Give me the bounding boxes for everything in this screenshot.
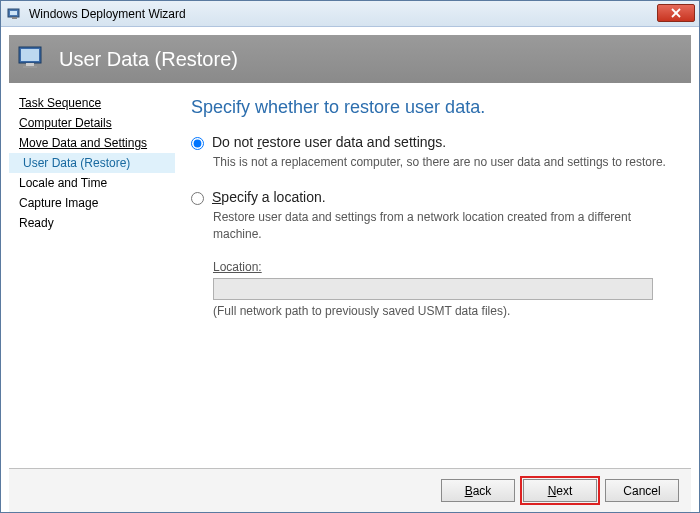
sidebar-item-user-data-restore[interactable]: User Data (Restore): [9, 153, 175, 173]
main-panel: Specify whether to restore user data. Do…: [175, 83, 691, 468]
svg-rect-8: [23, 66, 37, 68]
radio-do-not-restore-label: Do not restore user data and settings.: [212, 134, 446, 150]
location-input[interactable]: [213, 278, 653, 300]
sidebar-item-capture-image[interactable]: Capture Image: [9, 193, 175, 213]
next-button[interactable]: Next: [523, 479, 597, 502]
back-button[interactable]: Back: [441, 479, 515, 502]
sidebar-item-computer-details[interactable]: Computer Details: [9, 113, 175, 133]
svg-rect-1: [10, 11, 17, 15]
option-specify-location-desc: Restore user data and settings from a ne…: [213, 209, 679, 243]
page-title: User Data (Restore): [59, 48, 238, 71]
sidebar-item-ready[interactable]: Ready: [9, 213, 175, 233]
radio-specify-location-label: Specify a location.: [212, 189, 326, 205]
svg-rect-2: [12, 17, 17, 19]
location-hint: (Full network path to previously saved U…: [213, 304, 679, 318]
svg-rect-6: [21, 49, 39, 61]
sidebar-item-move-data[interactable]: Move Data and Settings: [9, 133, 175, 153]
sidebar-item-locale-time[interactable]: Locale and Time: [9, 173, 175, 193]
sidebar-item-task-sequence[interactable]: Task Sequence: [9, 93, 175, 113]
radio-do-not-restore[interactable]: [191, 137, 204, 150]
sidebar: Task Sequence Computer Details Move Data…: [9, 83, 175, 468]
wizard-header: User Data (Restore): [9, 35, 691, 83]
radio-specify-location[interactable]: [191, 192, 204, 205]
cancel-button[interactable]: Cancel: [605, 479, 679, 502]
titlebar: Windows Deployment Wizard: [1, 1, 699, 27]
monitor-icon: [17, 43, 49, 75]
page-heading: Specify whether to restore user data.: [191, 97, 679, 118]
window-title: Windows Deployment Wizard: [29, 7, 186, 21]
close-button[interactable]: [657, 4, 695, 22]
option-specify-location[interactable]: Specify a location.: [191, 189, 679, 205]
content-area: Task Sequence Computer Details Move Data…: [9, 83, 691, 468]
svg-rect-7: [26, 63, 34, 66]
wizard-footer: Back Next Cancel: [9, 468, 691, 512]
option-do-not-restore[interactable]: Do not restore user data and settings.: [191, 134, 679, 150]
option-do-not-restore-desc: This is not a replacement computer, so t…: [213, 154, 679, 171]
location-label: Location:: [213, 260, 679, 274]
app-icon: [7, 6, 23, 22]
